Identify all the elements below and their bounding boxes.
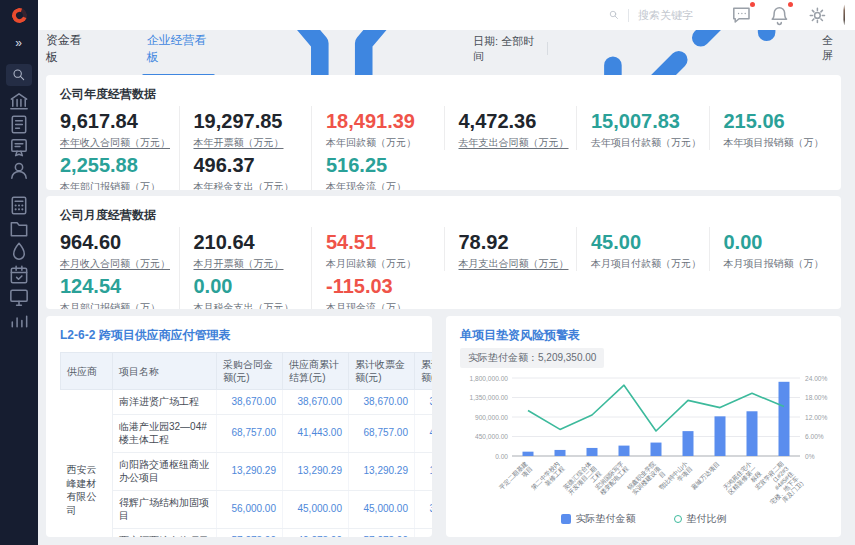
- tab-fund-dashboard[interactable]: 资金看板: [46, 32, 88, 66]
- amount-cell[interactable]: 56,000.00: [217, 490, 283, 528]
- bar[interactable]: [715, 416, 726, 456]
- amount-cell[interactable]: 38,670.00: [283, 390, 349, 415]
- sidebar-nav: [0, 62, 38, 332]
- kpi-item: 19,297.85本年开票额（万元）: [179, 106, 312, 150]
- search-icon[interactable]: [608, 9, 620, 21]
- top-header: [38, 0, 855, 30]
- kpi-value: 215.06: [724, 110, 836, 133]
- amount-cell[interactable]: 41,443.00: [415, 414, 433, 452]
- kpi-label-link[interactable]: 本年税金支出（万元）: [194, 180, 306, 190]
- sidebar-item-signal[interactable]: [0, 309, 38, 332]
- sidebar-item-calendar[interactable]: [0, 263, 38, 286]
- bar[interactable]: [587, 448, 598, 456]
- app-logo[interactable]: [0, 0, 38, 30]
- card-title: 公司月度经营数据: [46, 196, 841, 227]
- message-icon[interactable]: [730, 4, 753, 27]
- gear-icon[interactable]: [806, 4, 829, 27]
- bar[interactable]: [779, 382, 790, 456]
- bar[interactable]: [651, 443, 662, 456]
- table-header-cell: 采购合同金额(元): [217, 353, 283, 390]
- amount-cell[interactable]: 38,670.00: [415, 390, 433, 415]
- amount-cell[interactable]: 38,670.00: [349, 390, 415, 415]
- bar[interactable]: [619, 446, 630, 456]
- sidebar: »: [0, 0, 38, 545]
- x-axis-label: 宏润国际写字楼变配电工程: [594, 460, 631, 497]
- amount-cell[interactable]: 33,000.00: [415, 490, 433, 528]
- global-search: [608, 9, 730, 22]
- kpi-item: 516.25本年现金流（万）: [311, 150, 444, 190]
- kpi-item: -115.03本月现金流（万）: [311, 271, 444, 309]
- kpi-label: 本年项目报销额（万）: [724, 136, 836, 150]
- x-axis-label: 宏宜学府二期(1#2#3#4#5#住宅楼、地下车库及门卫): [754, 459, 806, 511]
- kpi-label-link[interactable]: 本月开票额（万元）: [194, 257, 306, 271]
- annual-kpi-grid: 9,617.84本年收入合同额（万元）19,297.85本年开票额（万元）18,…: [46, 106, 841, 190]
- bar[interactable]: [555, 450, 566, 456]
- monthly-kpi-grid: 964.60本月收入合同额（万元）210.64本月开票额（万元）54.51本月回…: [46, 227, 841, 309]
- kpi-value: 78.92: [459, 231, 571, 254]
- amount-cell[interactable]: 57,273.00: [349, 528, 415, 537]
- amount-cell[interactable]: 14,071.00: [415, 528, 433, 537]
- amount-cell[interactable]: 38,670.00: [217, 390, 283, 415]
- legend-line-swatch: [674, 515, 682, 523]
- sidebar-item-droplet[interactable]: [0, 240, 38, 263]
- supplier-payable-table: 供应商项目名称采购合同金额(元)供应商累计结算(元)累计收票金额(元)累计付款金…: [60, 352, 432, 537]
- kpi-label-link[interactable]: 本月部门报销额（万）: [60, 301, 173, 309]
- amount-cell[interactable]: 45,000.00: [349, 490, 415, 528]
- kpi-label-link[interactable]: 本年开票额（万元）: [194, 136, 306, 150]
- project-name-cell: 西京河西综合体项目: [113, 528, 217, 537]
- avatar[interactable]: [843, 4, 845, 25]
- bar[interactable]: [523, 452, 534, 456]
- kpi-label-link[interactable]: 本月支出合同额（万元）: [459, 257, 571, 271]
- signal-icon: [0, 309, 38, 332]
- project-name-cell: 得辉广场结构加固项目: [113, 490, 217, 528]
- calculator-icon: [0, 194, 38, 217]
- sidebar-item-user[interactable]: [0, 159, 38, 182]
- gear-icon: [806, 4, 829, 27]
- amount-cell[interactable]: 57,273.00: [217, 528, 283, 537]
- amount-cell[interactable]: 68,757.00: [349, 414, 415, 452]
- sidebar-item-calculator[interactable]: [0, 194, 38, 217]
- amount-cell[interactable]: 13,290.29: [283, 452, 349, 490]
- x-axis-label: 襄城万达项目: [690, 460, 722, 492]
- search-icon: [9, 67, 29, 83]
- project-name-cell: 南洋进贤广场工程: [113, 390, 217, 415]
- table-header-cell: 供应商: [61, 353, 113, 390]
- kpi-value: 18,491.39: [326, 110, 438, 133]
- sidebar-item-search[interactable]: [0, 62, 38, 88]
- table-row: 得辉广场结构加固项目56,000.0045,000.0045,000.0033,…: [61, 490, 433, 528]
- amount-cell[interactable]: 40,273.00: [283, 528, 349, 537]
- amount-cell[interactable]: 68,757.00: [217, 414, 283, 452]
- tab-enterprise-dashboard[interactable]: 企业经营看板: [147, 32, 210, 66]
- legend-item-line[interactable]: 垫付比例: [674, 512, 727, 526]
- table-header-cell: 供应商累计结算(元): [283, 353, 349, 390]
- amount-cell[interactable]: 13,290.29: [349, 452, 415, 490]
- sidebar-item-monitor[interactable]: [0, 286, 38, 309]
- amount-cell[interactable]: 41,443.00: [283, 414, 349, 452]
- table-header-cell: 项目名称: [113, 353, 217, 390]
- kpi-label-link[interactable]: 本年收入合同额（万元）: [60, 136, 173, 150]
- sidebar-item-edit-document[interactable]: [0, 113, 38, 136]
- kpi-label-link[interactable]: 去年支出合同额（万元）: [459, 136, 571, 150]
- kpi-item: 18,491.39本年回款额（万元）: [311, 106, 444, 150]
- bar[interactable]: [747, 411, 758, 456]
- amount-cell[interactable]: 13,290.29: [217, 452, 283, 490]
- sidebar-item-certificate[interactable]: [0, 136, 38, 159]
- legend-bar-swatch: [561, 514, 571, 524]
- supplier-cell: 西安云峰建材有限公司: [61, 390, 113, 538]
- kpi-item: 9,617.84本年收入合同额（万元）: [46, 106, 179, 150]
- amount-cell[interactable]: 13,290.29: [415, 452, 433, 490]
- amount-cell[interactable]: 45,000.00: [283, 490, 349, 528]
- table-row: 西京河西综合体项目57,273.0040,273.0057,273.0014,0…: [61, 528, 433, 537]
- kpi-label-link[interactable]: 本月税金支出（万元）: [194, 301, 306, 309]
- kpi-item: 78.92本月支出合同额（万元）: [444, 227, 577, 271]
- legend-item-bar[interactable]: 实际垫付金额: [561, 512, 636, 526]
- kpi-label-link[interactable]: 本年部门报销额（万）: [60, 180, 173, 190]
- bell-icon[interactable]: [768, 4, 791, 27]
- search-input[interactable]: [638, 9, 730, 21]
- sidebar-item-bank[interactable]: [0, 90, 38, 113]
- kpi-label-link[interactable]: 本月收入合同额（万元）: [60, 257, 173, 271]
- sidebar-item-folder[interactable]: [0, 217, 38, 240]
- kpi-label: 本年回款额（万元）: [326, 136, 438, 150]
- sidebar-expand-button[interactable]: »: [0, 30, 38, 56]
- bar[interactable]: [683, 431, 694, 456]
